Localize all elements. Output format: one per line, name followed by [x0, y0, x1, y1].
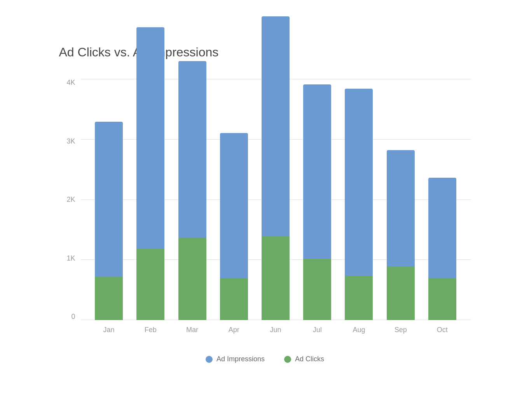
y-axis-label: 1K [59, 255, 79, 262]
bar-stack [262, 16, 290, 320]
x-axis-label: Jul [303, 326, 331, 334]
bar-stack [345, 89, 373, 320]
bar-clicks [220, 278, 248, 320]
chart-container: Ad Clicks vs. Ad Impressions 01K2K3K4K J… [28, 26, 494, 394]
bar-group [136, 79, 164, 320]
bar-stack [95, 122, 123, 320]
impressions-label: Ad Impressions [216, 355, 265, 363]
bar-group [262, 79, 290, 320]
x-labels: JanFebMarAprJunJulAugSepOct [80, 322, 471, 343]
x-axis-label: Apr [220, 326, 248, 334]
clicks-label: Ad Clicks [295, 355, 324, 363]
y-axis-label: 4K [59, 79, 79, 86]
x-axis-label: Jan [95, 326, 123, 334]
x-axis-label: Oct [428, 326, 456, 334]
bar-clicks [387, 266, 415, 320]
bar-group [220, 79, 248, 320]
bar-group [95, 79, 123, 320]
legend-item-clicks: Ad Clicks [284, 355, 324, 363]
bar-clicks [136, 248, 164, 320]
bar-stack [220, 133, 248, 320]
x-axis-label: Jun [262, 326, 290, 334]
bar-stack [387, 150, 415, 320]
y-axis-label: 3K [59, 138, 79, 145]
bars-area [80, 79, 471, 320]
x-axis-label: Sep [387, 326, 415, 334]
clicks-dot [284, 356, 291, 363]
bar-clicks [345, 276, 373, 320]
bar-clicks [303, 259, 331, 320]
x-axis-label: Mar [178, 326, 206, 334]
bar-stack [178, 61, 206, 320]
bar-group [303, 79, 331, 320]
bar-group [387, 79, 415, 320]
bar-impressions [345, 89, 373, 276]
x-axis-label: Feb [136, 326, 164, 334]
bar-group [345, 79, 373, 320]
impressions-dot [206, 356, 213, 363]
legend: Ad Impressions Ad Clicks [59, 355, 471, 363]
bar-stack [136, 27, 164, 320]
chart-area: 01K2K3K4K JanFebMarAprJunJulAugSepOct [59, 79, 471, 343]
y-axis-label: 0 [59, 313, 79, 320]
bar-impressions [178, 61, 206, 238]
bar-impressions [220, 133, 248, 278]
bar-impressions [387, 150, 415, 266]
bar-clicks [262, 236, 290, 320]
bar-stack [303, 84, 331, 320]
y-axis-label: 2K [59, 196, 79, 203]
bar-impressions [303, 84, 331, 259]
bar-clicks [178, 238, 206, 320]
bar-clicks [428, 278, 456, 320]
bar-impressions [95, 122, 123, 277]
bar-impressions [428, 178, 456, 278]
bar-clicks [95, 277, 123, 320]
x-axis-label: Aug [345, 326, 373, 334]
y-axis: 01K2K3K4K [59, 79, 79, 320]
chart-body [80, 79, 471, 320]
legend-item-impressions: Ad Impressions [206, 355, 265, 363]
bar-impressions [136, 27, 164, 248]
bar-stack [428, 178, 456, 320]
bar-group [428, 79, 456, 320]
bar-impressions [262, 16, 290, 236]
bar-group [178, 79, 206, 320]
